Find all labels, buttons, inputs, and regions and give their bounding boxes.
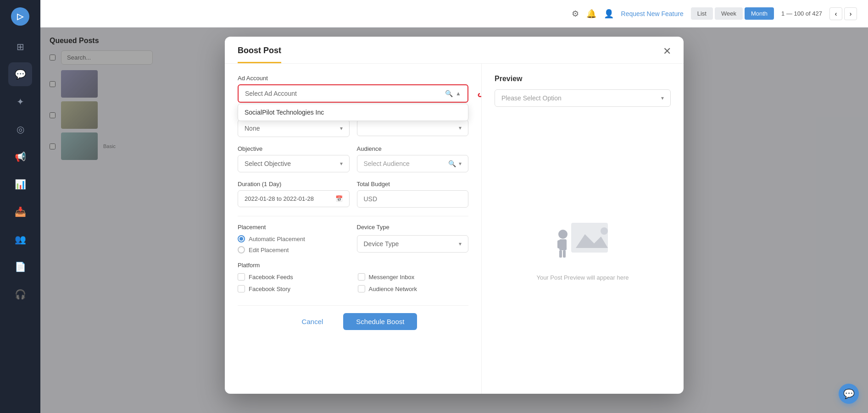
- request-feature-link[interactable]: Request New Feature: [621, 10, 684, 17]
- inbox-icon: 📥: [15, 206, 26, 217]
- ad-account-option[interactable]: SocialPilot Technologies Inc: [238, 104, 468, 121]
- modal-title: Boost Post: [238, 46, 281, 63]
- audience-dropdown[interactable]: Select Audience 🔍 ▾: [357, 155, 469, 172]
- messenger-inbox-label: Messenger Inbox: [369, 274, 415, 281]
- cancel-button[interactable]: Cancel: [289, 313, 336, 330]
- modal-footer: Cancel Schedule Boost: [238, 305, 468, 330]
- preview-label: Preview: [495, 75, 671, 83]
- settings-icon[interactable]: ⚙: [572, 9, 579, 19]
- device-type-dropdown[interactable]: Device Type ▾: [357, 235, 469, 253]
- preview-select-dropdown[interactable]: Please Select Option ▾: [495, 89, 671, 107]
- modal-close-button[interactable]: ✕: [660, 44, 674, 59]
- sidebar-item-content[interactable]: 📄: [8, 255, 32, 279]
- annotation-arrow: ↩: [477, 88, 482, 104]
- sidebar-item-posts[interactable]: 💬: [8, 62, 32, 86]
- preview-illustration: [553, 218, 612, 269]
- ad-account-label: Ad Account: [238, 75, 468, 82]
- duration-date-picker[interactable]: 2022-01-28 to 2022-01-28 📅: [238, 190, 350, 207]
- placement-auto-radio[interactable]: [238, 235, 245, 242]
- device-type-placeholder: Device Type: [364, 240, 399, 248]
- svg-rect-6: [562, 240, 566, 248]
- facebook-feeds-checkbox[interactable]: [238, 273, 245, 281]
- schedule-boost-button[interactable]: Schedule Boost: [343, 313, 417, 330]
- sidebar-item-analytics[interactable]: ✦: [8, 90, 32, 114]
- placement-group: Placement Automatic Placement Edit Place…: [238, 224, 350, 253]
- prev-page-button[interactable]: ‹: [829, 7, 842, 20]
- platform-audience-network[interactable]: Audience Network: [358, 285, 469, 292]
- view-list-button[interactable]: List: [691, 7, 713, 20]
- modal-overlay: Boost Post ✕ Ad Account Select Ad Accoun…: [40, 28, 868, 413]
- facebook-feeds-label: Facebook Feeds: [249, 274, 293, 281]
- budget-input[interactable]: [357, 190, 469, 208]
- placement-auto[interactable]: Automatic Placement: [238, 235, 350, 242]
- chat-icon: 💬: [843, 388, 855, 399]
- ad-account-dropdown[interactable]: Select Ad Account 🔍 ▲: [238, 84, 468, 103]
- modal-header: Boost Post ✕: [225, 37, 684, 64]
- audience-label: Audience: [357, 145, 469, 152]
- audience-group: Audience Select Audience 🔍 ▾: [357, 145, 469, 172]
- audience-network-checkbox[interactable]: [358, 285, 365, 292]
- audience-search-icon: 🔍: [448, 160, 456, 167]
- platform-facebook-feeds[interactable]: Facebook Feeds: [238, 273, 349, 281]
- calendar-icon: 📅: [335, 195, 343, 202]
- modal-body: Ad Account Select Ad Account 🔍 ▲: [225, 64, 684, 394]
- profile-icon[interactable]: 👤: [604, 9, 614, 19]
- facebook-story-checkbox[interactable]: [238, 285, 245, 292]
- ad-account-group: Ad Account Select Ad Account 🔍 ▲: [238, 75, 468, 103]
- view-week-button[interactable]: Week: [715, 7, 743, 20]
- modal-right-panel: Preview Please Select Option ▾: [482, 64, 684, 394]
- sidebar-logo[interactable]: ▷: [11, 7, 29, 26]
- objective-label: Objective: [238, 145, 350, 152]
- placement-edit-label: Edit Placement: [249, 247, 289, 253]
- sidebar-item-reports[interactable]: 📊: [8, 172, 32, 196]
- age-chevron-icon: ▾: [340, 125, 343, 132]
- placement-edit[interactable]: Edit Placement: [238, 246, 350, 253]
- monitor-icon: ◎: [17, 124, 24, 135]
- placement-device-row: Placement Automatic Placement Edit Place…: [238, 224, 468, 253]
- country-dropdown[interactable]: ▾: [357, 120, 469, 136]
- ad-account-placeholder: Select Ad Account: [245, 90, 297, 97]
- next-page-button[interactable]: ›: [844, 7, 857, 20]
- sidebar: ▷ ⊞ 💬 ✦ ◎ 📢 📊 📥 👥 📄 🎧: [0, 0, 40, 413]
- notifications-icon[interactable]: 🔔: [586, 9, 596, 19]
- reports-icon: 📊: [15, 179, 26, 190]
- objective-dropdown[interactable]: Select Objective ▾: [238, 155, 350, 172]
- chat-bubble[interactable]: 💬: [839, 384, 859, 404]
- duration-value: 2022-01-28 to 2022-01-28: [245, 195, 314, 202]
- placement-edit-radio[interactable]: [238, 246, 245, 253]
- svg-rect-5: [557, 240, 561, 248]
- messenger-inbox-checkbox[interactable]: [358, 273, 365, 281]
- view-month-button[interactable]: Month: [745, 7, 774, 20]
- svg-rect-8: [563, 250, 566, 258]
- main-content: Queued Posts Basic Boost Post ✕: [40, 28, 868, 413]
- topbar: ⚙ 🔔 👤 Request New Feature List Week Mont…: [40, 0, 868, 28]
- pagination-info: 1 — 100 of 427: [781, 10, 822, 17]
- budget-label: Total Budget: [357, 181, 469, 187]
- duration-group: Duration (1 Day) 2022-01-28 to 2022-01-2…: [238, 181, 350, 208]
- support-icon: 🎧: [15, 289, 26, 300]
- sidebar-item-inbox[interactable]: 📥: [8, 200, 32, 224]
- objective-group: Objective Select Objective ▾: [238, 145, 350, 172]
- objective-chevron-icon: ▾: [340, 160, 343, 167]
- sidebar-item-team[interactable]: 👥: [8, 227, 32, 251]
- ad-account-dropdown-wrapper: Select Ad Account 🔍 ▲ SocialPilot Techno…: [238, 84, 468, 103]
- facebook-story-label: Facebook Story: [249, 286, 290, 292]
- preview-chevron-icon: ▾: [661, 95, 664, 101]
- sidebar-item-support[interactable]: 🎧: [8, 282, 32, 306]
- sidebar-item-dashboard[interactable]: ⊞: [8, 35, 32, 59]
- age-dropdown[interactable]: None ▾: [238, 120, 350, 137]
- platform-facebook-story[interactable]: Facebook Story: [238, 285, 349, 292]
- sidebar-item-campaigns[interactable]: 📢: [8, 145, 32, 169]
- sidebar-item-monitor[interactable]: ◎: [8, 117, 32, 141]
- platform-section: Platform Facebook Feeds Messenger Inbox: [238, 262, 468, 292]
- content-icon: 📄: [15, 261, 26, 272]
- svg-rect-0: [571, 223, 608, 253]
- platform-checkbox-grid: Facebook Feeds Messenger Inbox Facebook …: [238, 273, 468, 292]
- platform-messenger-inbox[interactable]: Messenger Inbox: [358, 273, 469, 281]
- device-type-chevron-icon: ▾: [459, 241, 462, 247]
- analytics-icon: ✦: [17, 96, 24, 107]
- svg-point-3: [558, 230, 568, 239]
- posts-icon: 💬: [15, 69, 26, 80]
- placement-radio-group: Automatic Placement Edit Placement: [238, 235, 350, 253]
- dashboard-icon: ⊞: [17, 41, 24, 52]
